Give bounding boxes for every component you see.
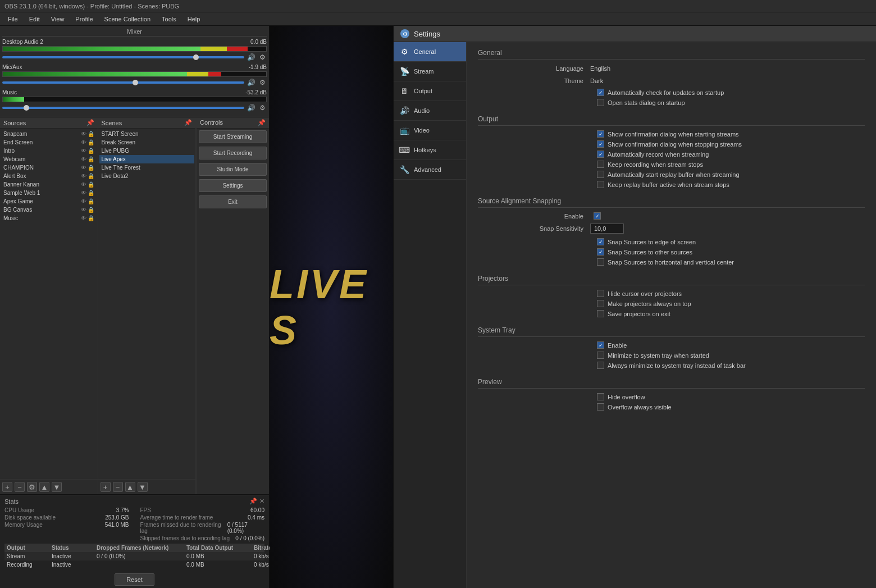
checkbox-tray-enable-box[interactable] bbox=[597, 341, 604, 349]
source-vis-sampleweb[interactable]: 👁 bbox=[81, 190, 86, 196]
source-lock-sampleweb[interactable]: 🔒 bbox=[88, 190, 94, 196]
source-item-endscreen[interactable]: End Screen 👁 🔒 bbox=[1, 138, 97, 147]
source-item-music[interactable]: Music 👁 🔒 bbox=[1, 214, 97, 222]
scene-item-startscreen[interactable]: START Screen bbox=[99, 130, 195, 138]
source-item-webcam[interactable]: Webcam 👁 🔒 bbox=[1, 155, 97, 163]
stats-close-icon[interactable]: ✕ bbox=[259, 498, 264, 505]
checkbox-autoupdate-box[interactable] bbox=[597, 89, 604, 96]
sources-remove-btn[interactable]: − bbox=[15, 482, 25, 492]
source-lock-apexgame[interactable]: 🔒 bbox=[88, 198, 94, 204]
audio-slider-desktop[interactable] bbox=[2, 56, 244, 58]
checkbox-hide-cursor-box[interactable] bbox=[597, 290, 604, 297]
checkbox-snap-edge-box[interactable] bbox=[597, 238, 604, 245]
scenes-remove-btn[interactable]: − bbox=[113, 482, 123, 492]
source-vis-champion[interactable]: 👁 bbox=[81, 165, 86, 171]
checkbox-hide-overflow-box[interactable] bbox=[597, 393, 604, 400]
scenes-add-btn[interactable]: + bbox=[101, 482, 111, 492]
scene-item-liveapex[interactable]: Live Apex bbox=[99, 155, 195, 163]
mute-music-icon[interactable]: 🔊 bbox=[247, 103, 256, 112]
start-streaming-button[interactable]: Start Streaming bbox=[199, 130, 267, 143]
checkbox-auto-record-box[interactable] bbox=[597, 151, 604, 158]
source-vis-music[interactable]: 👁 bbox=[81, 215, 86, 221]
checkbox-confirm-stop-box[interactable] bbox=[597, 140, 604, 148]
source-vis-endscreen[interactable]: 👁 bbox=[81, 139, 86, 145]
stats-pin-icon[interactable]: 📌 bbox=[249, 498, 257, 505]
exit-button[interactable]: Exit bbox=[199, 195, 267, 208]
menu-profile[interactable]: Profile bbox=[70, 15, 98, 24]
snap-sensitivity-input[interactable] bbox=[590, 224, 624, 234]
checkbox-replay-buffer-start-box[interactable] bbox=[597, 171, 604, 178]
source-item-intro[interactable]: Intro 👁 🔒 bbox=[1, 147, 97, 155]
menu-tools[interactable]: Tools bbox=[156, 15, 182, 24]
settings-nav-output[interactable]: 🖥 Output bbox=[394, 81, 466, 101]
checkbox-replay-buffer-stop-box[interactable] bbox=[597, 181, 604, 188]
sources-settings-btn[interactable]: ⚙ bbox=[27, 482, 37, 492]
source-lock-alertbox[interactable]: 🔒 bbox=[88, 173, 94, 179]
sources-up-btn[interactable]: ▲ bbox=[39, 482, 49, 492]
source-item-apexgame[interactable]: Apex Game 👁 🔒 bbox=[1, 197, 97, 206]
source-vis-alertbox[interactable]: 👁 bbox=[81, 173, 86, 179]
source-lock-bannerkanan[interactable]: 🔒 bbox=[88, 181, 94, 188]
sources-add-btn[interactable]: + bbox=[2, 482, 12, 492]
source-vis-intro[interactable]: 👁 bbox=[81, 148, 86, 154]
audio-slider-music[interactable] bbox=[2, 107, 244, 109]
sources-down-btn[interactable]: ▼ bbox=[52, 482, 62, 492]
source-item-champion[interactable]: CHAMPION 👁 🔒 bbox=[1, 163, 97, 172]
source-lock-webcam[interactable]: 🔒 bbox=[88, 156, 94, 162]
settings-desktop-icon[interactable]: ⚙ bbox=[258, 53, 267, 62]
menu-scene-collection[interactable]: Scene Collection bbox=[99, 15, 157, 24]
checkbox-snap-other-box[interactable] bbox=[597, 248, 604, 256]
mute-mic-icon[interactable]: 🔊 bbox=[247, 78, 256, 87]
scenes-pin-icon[interactable]: 📌 bbox=[184, 119, 192, 126]
menu-help[interactable]: Help bbox=[182, 15, 206, 24]
source-lock-music[interactable]: 🔒 bbox=[88, 215, 94, 221]
settings-nav-stream[interactable]: 📡 Stream bbox=[394, 62, 466, 81]
settings-music-icon[interactable]: ⚙ bbox=[258, 103, 267, 112]
scene-item-livedota2[interactable]: Live Dota2 bbox=[99, 172, 195, 180]
source-lock-snapcam[interactable]: 🔒 bbox=[88, 131, 94, 137]
scenes-down-btn[interactable]: ▼ bbox=[138, 482, 148, 492]
settings-nav-audio[interactable]: 🔊 Audio bbox=[394, 101, 466, 121]
scenes-up-btn[interactable]: ▲ bbox=[125, 482, 135, 492]
menu-edit[interactable]: Edit bbox=[24, 15, 45, 24]
mute-desktop-icon[interactable]: 🔊 bbox=[247, 53, 256, 62]
source-lock-intro[interactable]: 🔒 bbox=[88, 148, 94, 154]
start-recording-button[interactable]: Start Recording bbox=[199, 147, 267, 159]
checkbox-snap-center-box[interactable] bbox=[597, 258, 604, 266]
checkbox-minimize-tray-box[interactable] bbox=[597, 352, 604, 359]
source-item-bannerkanan[interactable]: Banner Kanan 👁 🔒 bbox=[1, 180, 97, 189]
source-item-sampleweb[interactable]: Sample Web 1 👁 🔒 bbox=[1, 189, 97, 197]
settings-nav-general[interactable]: ⚙ General bbox=[394, 42, 466, 62]
studio-mode-button[interactable]: Studio Mode bbox=[199, 163, 267, 176]
settings-button[interactable]: Settings bbox=[199, 179, 267, 192]
menu-file[interactable]: File bbox=[2, 15, 24, 24]
checkbox-always-minimize-tray-box[interactable] bbox=[597, 362, 604, 369]
source-item-snapcam[interactable]: Snapcam 👁 🔒 bbox=[1, 130, 97, 138]
checkbox-overflow-visible-box[interactable] bbox=[597, 403, 604, 411]
checkbox-confirm-start-box[interactable] bbox=[597, 130, 604, 138]
source-vis-apexgame[interactable]: 👁 bbox=[81, 198, 86, 204]
source-lock-champion[interactable]: 🔒 bbox=[88, 165, 94, 171]
checkbox-openstats-box[interactable] bbox=[597, 99, 604, 106]
source-lock-endscreen[interactable]: 🔒 bbox=[88, 139, 94, 145]
settings-mic-icon[interactable]: ⚙ bbox=[258, 78, 267, 87]
source-vis-bannerkanan[interactable]: 👁 bbox=[81, 181, 86, 188]
source-vis-snapcam[interactable]: 👁 bbox=[81, 131, 86, 137]
checkbox-projectors-top-box[interactable] bbox=[597, 300, 604, 307]
source-item-alertbox[interactable]: Alert Box 👁 🔒 bbox=[1, 172, 97, 180]
source-vis-webcam[interactable]: 👁 bbox=[81, 156, 86, 162]
scene-item-breakscreen[interactable]: Break Screen bbox=[99, 138, 195, 147]
audio-slider-mic[interactable] bbox=[2, 81, 244, 84]
checkbox-snap-enable-box[interactable] bbox=[594, 212, 601, 220]
checkbox-save-projectors-box[interactable] bbox=[597, 310, 604, 317]
sources-pin-icon[interactable]: 📌 bbox=[86, 119, 94, 126]
source-vis-bgcanvas[interactable]: 👁 bbox=[81, 207, 86, 213]
controls-pin-icon[interactable]: 📌 bbox=[258, 119, 266, 126]
source-item-bgcanvas[interactable]: BG Canvas 👁 🔒 bbox=[1, 206, 97, 214]
source-lock-bgcanvas[interactable]: 🔒 bbox=[88, 207, 94, 213]
settings-nav-video[interactable]: 📺 Video bbox=[394, 121, 466, 140]
settings-nav-advanced[interactable]: 🔧 Advanced bbox=[394, 160, 466, 180]
settings-nav-hotkeys[interactable]: ⌨ Hotkeys bbox=[394, 140, 466, 160]
checkbox-keep-recording-box[interactable] bbox=[597, 161, 604, 168]
scene-item-liveforest[interactable]: Live The Forest bbox=[99, 163, 195, 172]
